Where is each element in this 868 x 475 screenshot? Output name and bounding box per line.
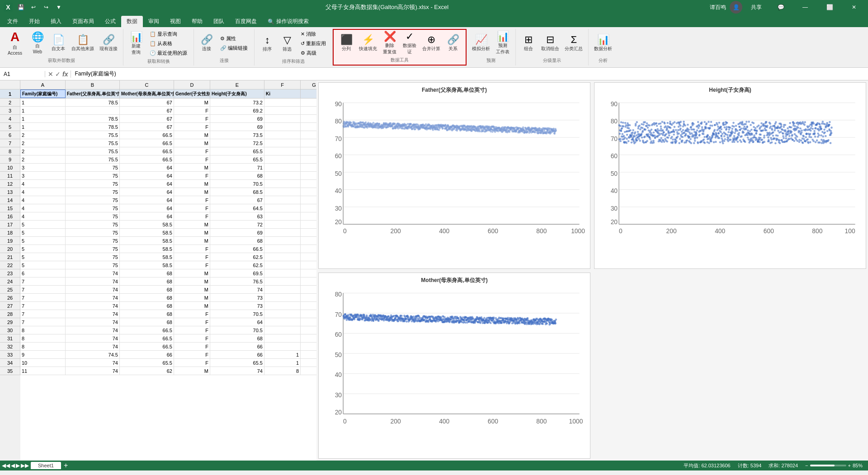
grid-cell[interactable]: 68	[210, 237, 264, 245]
grid-cell[interactable]: F	[174, 359, 210, 367]
grid-cell[interactable]: M	[174, 237, 210, 245]
row-num-2[interactable]: 2	[0, 99, 20, 107]
grid-cell[interactable]: 7	[20, 310, 66, 318]
ungroup-btn[interactable]: ⊟ 取消组合	[539, 34, 561, 53]
comments-btn[interactable]: 💬	[770, 0, 791, 14]
grid-cell[interactable]: 75	[66, 229, 120, 236]
row-num-17[interactable]: 17	[0, 221, 20, 229]
zoom-slider[interactable]	[810, 465, 846, 466]
prev-sheet-btn[interactable]: ◀	[11, 462, 15, 469]
row-num-4[interactable]: 4	[0, 115, 20, 123]
col-header-b[interactable]: B	[66, 80, 120, 89]
clear-btn[interactable]: ✕ 消除	[298, 30, 329, 38]
grid-cell[interactable]: 73.2	[210, 99, 264, 106]
row-num-25[interactable]: 25	[0, 286, 20, 294]
grid-cell[interactable]: 66.5	[120, 326, 174, 334]
grid-cell[interactable]: F	[174, 172, 210, 179]
grid-cell[interactable]: F	[174, 204, 210, 212]
row-num-22[interactable]: 22	[0, 261, 20, 269]
grid-cell[interactable]: 4	[20, 204, 66, 212]
grid-cell[interactable]	[264, 286, 301, 293]
grid-cell[interactable]: 5	[20, 229, 66, 236]
insert-function-icon[interactable]: fx	[62, 71, 68, 78]
grid-cell[interactable]: 66	[210, 351, 264, 358]
grid-cell[interactable]: 2	[20, 131, 66, 139]
grid-cell[interactable]	[264, 123, 301, 131]
grid-cell[interactable]	[264, 269, 301, 277]
row-num-32[interactable]: 32	[0, 343, 20, 351]
grid-cell[interactable]: M	[174, 131, 210, 139]
grid-cell[interactable]: 78.5	[66, 123, 120, 131]
share-btn[interactable]: 共享	[746, 0, 767, 14]
row-num-30[interactable]: 30	[0, 326, 20, 334]
grid-cell[interactable]: 6	[20, 269, 66, 277]
sort-btn[interactable]: ↕ 排序	[258, 34, 276, 53]
grid-cell[interactable]: 4	[20, 180, 66, 188]
grid-cell[interactable]: 5	[20, 253, 66, 261]
grid-cell[interactable]	[301, 326, 316, 334]
grid-cell[interactable]: 74	[66, 343, 120, 350]
row-num-34[interactable]: 34	[0, 359, 20, 367]
grid-cell[interactable]: 7	[20, 302, 66, 310]
grid-cell[interactable]: 74	[66, 367, 120, 375]
grid-cell[interactable]: 2	[20, 139, 66, 147]
new-query-btn[interactable]: 📊 新建查询	[127, 31, 145, 56]
advanced-btn[interactable]: ⚙ 高级	[298, 49, 329, 57]
grid-cell[interactable]	[301, 302, 316, 310]
grid-cell[interactable]: F	[174, 155, 210, 163]
grid-cell[interactable]: 74	[210, 286, 264, 293]
last-sheet-btn[interactable]: ▶▶	[21, 462, 29, 469]
row-num-8[interactable]: 8	[0, 147, 20, 155]
grid-cell[interactable]: M	[174, 164, 210, 171]
tab-review[interactable]: 审阅	[143, 16, 165, 27]
grid-cell[interactable]: 78.5	[66, 115, 120, 122]
grid-cell[interactable]: 4	[20, 188, 66, 196]
grid-cell[interactable]: F	[174, 147, 210, 155]
row-num-31[interactable]: 31	[0, 334, 20, 343]
cancel-formula-icon[interactable]: ✕	[48, 71, 53, 78]
grid-cell[interactable]: 74	[66, 318, 120, 326]
grid-cell[interactable]: 73	[210, 302, 264, 310]
grid-cell[interactable]: 68	[210, 172, 264, 179]
tab-search[interactable]: 🔍 操作说明搜索	[262, 16, 314, 27]
row-num-6[interactable]: 6	[0, 131, 20, 139]
split-btn[interactable]: ⬛ 分列	[337, 34, 355, 53]
grid-cell[interactable]: 67	[120, 99, 174, 106]
grid-cell[interactable]: 1	[20, 107, 66, 114]
grid-cell[interactable]: 68	[120, 302, 174, 310]
tab-team[interactable]: 团队	[208, 16, 230, 27]
close-btn[interactable]: ✕	[844, 0, 864, 14]
data-analysis-btn[interactable]: 📊 数据分析	[592, 34, 614, 53]
grid-cell[interactable]	[301, 269, 316, 277]
grid-cell[interactable]: 69	[210, 123, 264, 131]
cell-reference[interactable]: A1	[0, 71, 45, 77]
grid-cell[interactable]: 62.5	[210, 261, 264, 269]
grid-cell[interactable]	[301, 245, 316, 253]
grid-cell[interactable]: 72	[210, 221, 264, 228]
row-num-7[interactable]: 7	[0, 139, 20, 147]
grid-cell[interactable]: M	[174, 139, 210, 147]
grid-cell[interactable]: 73.5	[210, 131, 264, 139]
grid-cell[interactable]: 67	[120, 123, 174, 131]
grid-cell[interactable]: 74	[210, 367, 264, 375]
grid-cell[interactable]: 75	[66, 221, 120, 228]
grid-cell[interactable]: 74	[66, 334, 120, 342]
grid-cell[interactable]: 75	[66, 164, 120, 171]
grid-cell[interactable]: 58.5	[120, 221, 174, 228]
grid-cell[interactable]: M	[174, 277, 210, 285]
grid-cell[interactable]	[264, 245, 301, 253]
grid-cell[interactable]: F	[174, 343, 210, 350]
grid-cell[interactable]	[264, 188, 301, 196]
grid-cell[interactable]: 7	[20, 286, 66, 293]
grid-cell[interactable]: 58.5	[120, 245, 174, 253]
cell-e1[interactable]: Height(子女身高)	[210, 89, 264, 98]
grid-cell[interactable]: 64	[120, 204, 174, 212]
grid-cell[interactable]	[301, 367, 316, 375]
sheet1-tab[interactable]: Sheet1	[31, 462, 61, 469]
grid-cell[interactable]: 68	[120, 318, 174, 326]
row-num-27[interactable]: 27	[0, 302, 20, 310]
grid-cell[interactable]: 5	[20, 237, 66, 245]
grid-cell[interactable]: F	[174, 123, 210, 131]
grid-cell[interactable]: 71	[210, 164, 264, 171]
grid-cell[interactable]: 11	[20, 367, 66, 375]
